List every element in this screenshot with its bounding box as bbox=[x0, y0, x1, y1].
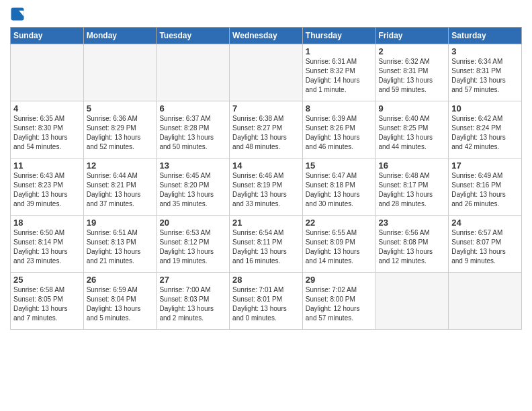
day-info: Sunrise: 6:39 AM Sunset: 8:26 PM Dayligh… bbox=[306, 114, 373, 152]
calendar-cell: 13Sunrise: 6:45 AM Sunset: 8:20 PM Dayli… bbox=[157, 158, 230, 216]
calendar-cell: 29Sunrise: 7:02 AM Sunset: 8:00 PM Dayli… bbox=[302, 273, 375, 330]
calendar-cell: 17Sunrise: 6:49 AM Sunset: 8:16 PM Dayli… bbox=[449, 158, 522, 216]
day-number: 25 bbox=[13, 275, 81, 285]
day-number: 10 bbox=[451, 103, 519, 113]
calendar-cell: 10Sunrise: 6:42 AM Sunset: 8:24 PM Dayli… bbox=[449, 101, 522, 158]
day-info: Sunrise: 6:51 AM Sunset: 8:13 PM Dayligh… bbox=[87, 228, 154, 266]
weekday-header-row: SundayMondayTuesdayWednesdayThursdayFrid… bbox=[11, 28, 522, 44]
calendar-cell: 4Sunrise: 6:35 AM Sunset: 8:30 PM Daylig… bbox=[11, 101, 84, 158]
day-number: 5 bbox=[87, 103, 154, 113]
day-info: Sunrise: 6:50 AM Sunset: 8:14 PM Dayligh… bbox=[13, 228, 81, 266]
weekday-header-saturday: Saturday bbox=[449, 28, 522, 44]
day-number: 28 bbox=[232, 275, 300, 285]
day-number: 18 bbox=[13, 218, 81, 228]
week-row-5: 25Sunrise: 6:58 AM Sunset: 8:05 PM Dayli… bbox=[11, 273, 522, 330]
day-number: 3 bbox=[451, 46, 519, 56]
calendar-cell: 25Sunrise: 6:58 AM Sunset: 8:05 PM Dayli… bbox=[11, 273, 84, 330]
weekday-header-friday: Friday bbox=[375, 28, 449, 44]
day-info: Sunrise: 6:48 AM Sunset: 8:17 PM Dayligh… bbox=[379, 171, 446, 209]
calendar-cell bbox=[230, 44, 303, 101]
day-number: 19 bbox=[87, 218, 154, 228]
day-info: Sunrise: 6:46 AM Sunset: 8:19 PM Dayligh… bbox=[232, 171, 300, 209]
calendar-cell: 9Sunrise: 6:40 AM Sunset: 8:25 PM Daylig… bbox=[375, 101, 449, 158]
day-info: Sunrise: 6:56 AM Sunset: 8:08 PM Dayligh… bbox=[379, 228, 446, 266]
calendar-cell: 8Sunrise: 6:39 AM Sunset: 8:26 PM Daylig… bbox=[302, 101, 375, 158]
day-info: Sunrise: 6:57 AM Sunset: 8:07 PM Dayligh… bbox=[451, 228, 519, 266]
day-info: Sunrise: 7:02 AM Sunset: 8:00 PM Dayligh… bbox=[306, 285, 373, 323]
day-number: 15 bbox=[306, 161, 373, 171]
calendar-cell bbox=[83, 44, 157, 101]
calendar-cell: 3Sunrise: 6:34 AM Sunset: 8:31 PM Daylig… bbox=[449, 44, 522, 101]
day-number: 6 bbox=[159, 103, 226, 113]
weekday-header-thursday: Thursday bbox=[302, 28, 375, 44]
day-info: Sunrise: 6:37 AM Sunset: 8:28 PM Dayligh… bbox=[159, 114, 226, 152]
week-row-4: 18Sunrise: 6:50 AM Sunset: 8:14 PM Dayli… bbox=[11, 216, 522, 273]
day-info: Sunrise: 6:53 AM Sunset: 8:12 PM Dayligh… bbox=[159, 228, 226, 266]
day-info: Sunrise: 6:43 AM Sunset: 8:23 PM Dayligh… bbox=[13, 171, 81, 209]
weekday-header-tuesday: Tuesday bbox=[157, 28, 230, 44]
calendar-cell: 28Sunrise: 7:01 AM Sunset: 8:01 PM Dayli… bbox=[230, 273, 303, 330]
day-info: Sunrise: 6:40 AM Sunset: 8:25 PM Dayligh… bbox=[379, 114, 446, 152]
day-number: 7 bbox=[232, 103, 300, 113]
calendar-cell: 16Sunrise: 6:48 AM Sunset: 8:17 PM Dayli… bbox=[375, 158, 449, 216]
logo bbox=[10, 7, 28, 21]
calendar-cell: 20Sunrise: 6:53 AM Sunset: 8:12 PM Dayli… bbox=[157, 216, 230, 273]
calendar-cell: 21Sunrise: 6:54 AM Sunset: 8:11 PM Dayli… bbox=[230, 216, 303, 273]
week-row-3: 11Sunrise: 6:43 AM Sunset: 8:23 PM Dayli… bbox=[11, 158, 522, 216]
day-number: 26 bbox=[87, 275, 154, 285]
calendar-cell: 1Sunrise: 6:31 AM Sunset: 8:32 PM Daylig… bbox=[302, 44, 375, 101]
calendar-cell: 22Sunrise: 6:55 AM Sunset: 8:09 PM Dayli… bbox=[302, 216, 375, 273]
day-info: Sunrise: 7:00 AM Sunset: 8:03 PM Dayligh… bbox=[159, 285, 226, 323]
day-number: 4 bbox=[13, 103, 81, 113]
calendar-cell: 19Sunrise: 6:51 AM Sunset: 8:13 PM Dayli… bbox=[83, 216, 157, 273]
day-info: Sunrise: 6:38 AM Sunset: 8:27 PM Dayligh… bbox=[232, 114, 300, 152]
day-info: Sunrise: 6:35 AM Sunset: 8:30 PM Dayligh… bbox=[13, 114, 81, 152]
calendar-cell bbox=[449, 273, 522, 330]
calendar-cell bbox=[11, 44, 84, 101]
day-info: Sunrise: 6:49 AM Sunset: 8:16 PM Dayligh… bbox=[451, 171, 519, 209]
day-info: Sunrise: 6:36 AM Sunset: 8:29 PM Dayligh… bbox=[87, 114, 154, 152]
day-number: 22 bbox=[306, 218, 373, 228]
day-number: 13 bbox=[159, 161, 226, 171]
day-number: 12 bbox=[87, 161, 154, 171]
logo-icon bbox=[10, 7, 25, 21]
calendar-cell bbox=[157, 44, 230, 101]
day-number: 21 bbox=[232, 218, 300, 228]
day-info: Sunrise: 6:31 AM Sunset: 8:32 PM Dayligh… bbox=[306, 57, 373, 95]
week-row-2: 4Sunrise: 6:35 AM Sunset: 8:30 PM Daylig… bbox=[11, 101, 522, 158]
day-info: Sunrise: 6:34 AM Sunset: 8:31 PM Dayligh… bbox=[451, 57, 519, 95]
day-info: Sunrise: 6:58 AM Sunset: 8:05 PM Dayligh… bbox=[13, 285, 81, 323]
day-info: Sunrise: 6:44 AM Sunset: 8:21 PM Dayligh… bbox=[87, 171, 154, 209]
calendar-cell: 14Sunrise: 6:46 AM Sunset: 8:19 PM Dayli… bbox=[230, 158, 303, 216]
calendar-cell: 18Sunrise: 6:50 AM Sunset: 8:14 PM Dayli… bbox=[11, 216, 84, 273]
day-number: 8 bbox=[306, 103, 373, 113]
day-info: Sunrise: 7:01 AM Sunset: 8:01 PM Dayligh… bbox=[232, 285, 300, 323]
calendar-cell: 5Sunrise: 6:36 AM Sunset: 8:29 PM Daylig… bbox=[83, 101, 157, 158]
day-number: 9 bbox=[379, 103, 446, 113]
day-number: 17 bbox=[451, 161, 519, 171]
calendar-cell: 24Sunrise: 6:57 AM Sunset: 8:07 PM Dayli… bbox=[449, 216, 522, 273]
calendar-cell: 6Sunrise: 6:37 AM Sunset: 8:28 PM Daylig… bbox=[157, 101, 230, 158]
calendar-cell: 2Sunrise: 6:32 AM Sunset: 8:31 PM Daylig… bbox=[375, 44, 449, 101]
day-number: 29 bbox=[306, 275, 373, 285]
calendar-cell: 7Sunrise: 6:38 AM Sunset: 8:27 PM Daylig… bbox=[230, 101, 303, 158]
day-info: Sunrise: 6:59 AM Sunset: 8:04 PM Dayligh… bbox=[87, 285, 154, 323]
day-number: 16 bbox=[379, 161, 446, 171]
day-info: Sunrise: 6:47 AM Sunset: 8:18 PM Dayligh… bbox=[306, 171, 373, 209]
calendar-cell: 23Sunrise: 6:56 AM Sunset: 8:08 PM Dayli… bbox=[375, 216, 449, 273]
calendar-cell: 15Sunrise: 6:47 AM Sunset: 8:18 PM Dayli… bbox=[302, 158, 375, 216]
calendar-cell: 12Sunrise: 6:44 AM Sunset: 8:21 PM Dayli… bbox=[83, 158, 157, 216]
calendar-cell bbox=[375, 273, 449, 330]
week-row-1: 1Sunrise: 6:31 AM Sunset: 8:32 PM Daylig… bbox=[11, 44, 522, 101]
day-info: Sunrise: 6:55 AM Sunset: 8:09 PM Dayligh… bbox=[306, 228, 373, 266]
day-number: 1 bbox=[306, 46, 373, 56]
day-info: Sunrise: 6:54 AM Sunset: 8:11 PM Dayligh… bbox=[232, 228, 300, 266]
day-info: Sunrise: 6:45 AM Sunset: 8:20 PM Dayligh… bbox=[159, 171, 226, 209]
calendar-table: SundayMondayTuesdayWednesdayThursdayFrid… bbox=[10, 27, 522, 330]
page-container: SundayMondayTuesdayWednesdayThursdayFrid… bbox=[0, 0, 532, 333]
day-number: 24 bbox=[451, 218, 519, 228]
calendar-cell: 26Sunrise: 6:59 AM Sunset: 8:04 PM Dayli… bbox=[83, 273, 157, 330]
day-number: 27 bbox=[159, 275, 226, 285]
day-number: 11 bbox=[13, 161, 81, 171]
header bbox=[10, 7, 522, 21]
